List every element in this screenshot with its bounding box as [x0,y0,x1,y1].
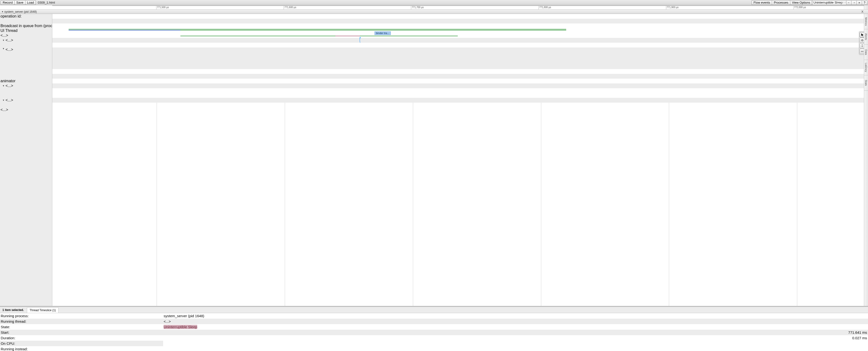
sidebar-row [0,103,52,107]
sidebar-row-label: <...> [5,47,13,52]
binder-slice[interactable]: binder tra... [374,31,391,35]
load-button[interactable]: Load [25,0,36,5]
sidebar-row: UI Thread [0,28,52,33]
detail-row: On CPU: [0,341,163,346]
close-icon[interactable]: X [861,10,863,13]
main-area: operation id:Broadcast in queue from (pr… [0,14,868,306]
nav-next-button[interactable]: → [851,0,857,5]
help-button[interactable]: ? [862,0,867,5]
timeline-ruler[interactable]: 771,500 µs771,600 µs771,700 µs771,800 µs… [0,5,868,9]
chevron-down-icon: ▼ [2,47,5,50]
process-header[interactable]: ▼ system_server (pid 1648) X [0,9,868,14]
track-sidebar: operation id:Broadcast in queue from (pr… [0,14,52,306]
sidebar-row [0,88,52,93]
sidebar-row-label: <...> [5,84,13,88]
detail-key: Running thread: [0,319,163,323]
flow-events-button[interactable]: Flow events [752,0,772,5]
detail-row: Running instead: [0,346,868,351]
detail-value: <...> [163,319,868,323]
record-button[interactable]: Record [1,0,14,5]
sidebar-row: <...> [0,33,52,38]
detail-row: Running process:system_server (pid 1648) [0,313,868,319]
sidebar-row[interactable]: ▼<...> [0,84,52,88]
sidebar-row: operation id: [0,14,52,19]
process-name: system_server (pid 1648) [4,10,37,13]
sidebar-row-label: <...> [5,38,13,42]
ruler-tick: 771,700 µs [411,6,424,9]
side-tab[interactable]: Metrics [864,14,868,29]
detail-row: Duration:0.027 ms [0,335,868,341]
sidebar-row[interactable]: ▼<...> [0,47,52,69]
detail-key: On CPU: [0,342,163,346]
sidebar-row-label: <...> [0,33,8,38]
detail-row: State:Uninterruptible Sleep [0,324,868,330]
trace-bar-pink[interactable] [335,35,360,36]
details-panel: 1 item selected. Thread Timeslice (1) Ru… [0,306,868,351]
trace-bar-blue[interactable] [69,30,180,31]
top-toolbar: Record Save Load 0309_1.html Flow events… [0,0,868,5]
detail-key: Running process: [0,314,163,318]
sidebar-row-label: <...> [0,108,8,112]
sidebar-row: animator [0,78,52,84]
sidebar-row [0,43,52,47]
sidebar-row: <...> [0,107,52,112]
tab-thread-timeslice[interactable]: Thread Timeslice (1) [27,307,58,313]
trace-bar-lower-green[interactable] [180,35,335,36]
sidebar-row-label: Broadcast in queue from (proces [0,24,52,28]
processes-button[interactable]: Processes [772,0,790,5]
ruler-tick: 772,000 µs [794,6,806,9]
tracks-canvas[interactable]: binder tra... ✥ ↧ ⇔ [52,14,868,306]
sidebar-row [0,74,52,78]
chevron-down-icon: ▼ [2,85,5,87]
sidebar-row-label: <...> [5,98,13,102]
sidebar-row-label: operation id: [0,14,22,19]
sidebar-row-label: UI Thread [0,29,18,33]
selection-count-label: 1 item selected. [0,307,26,313]
sidebar-row[interactable]: ▼<...> [0,98,52,103]
sidebar-row[interactable]: ▼<...> [0,38,52,43]
chevron-down-icon: ▼ [1,10,4,13]
detail-row: Start:771.641 ms [0,330,868,335]
view-options-button[interactable]: View Options [790,0,812,5]
sidebar-row [0,93,52,98]
detail-value: system_server (pid 1648) [163,314,868,318]
ruler-tick: 771,800 µs [538,6,551,9]
trace-bar-green2[interactable] [180,30,566,31]
side-tab[interactable]: Alerts [864,29,868,44]
ruler-tick: 771,500 µs [156,6,169,9]
chevron-down-icon: ▼ [2,99,5,101]
sidebar-row-label: animator [0,79,16,83]
sidebar-row: Broadcast in queue from (proces [0,24,52,28]
nav-prev-button[interactable]: ← [846,0,851,5]
detail-row: Running thread:<...> [0,319,868,324]
sidebar-row [0,19,52,24]
trace-bar-lower-green2[interactable] [360,35,458,36]
detail-value: 771.641 ms [163,330,868,334]
save-button[interactable]: Save [14,0,25,5]
detail-key: Duration: [0,336,163,340]
detail-value: 0.027 ms [163,336,868,340]
detail-key: Running instead: [0,347,163,351]
side-tab[interactable]: Input Latency [864,60,868,75]
search-input[interactable] [812,0,848,5]
sidebar-row [0,69,52,74]
flow-arrow [360,37,360,42]
side-tab[interactable]: File Size Stats [864,75,868,91]
ruler-tick: 771,900 µs [666,6,679,9]
filename-label: 0309_1.html [38,1,55,4]
chevron-down-icon: ▼ [2,39,5,41]
details-tabstrip: 1 item selected. Thread Timeslice (1) [0,307,868,313]
detail-key: State: [0,325,163,329]
detail-key: Start: [0,330,163,334]
side-tab[interactable]: Frame Data [864,44,868,60]
detail-value: Uninterruptible Sleep [163,325,868,329]
nav-all-button[interactable]: » [857,0,862,5]
right-side-tabs: MetricsAlertsFrame DataInput LatencyFile… [864,14,868,306]
ruler-tick: 771,600 µs [284,6,296,9]
